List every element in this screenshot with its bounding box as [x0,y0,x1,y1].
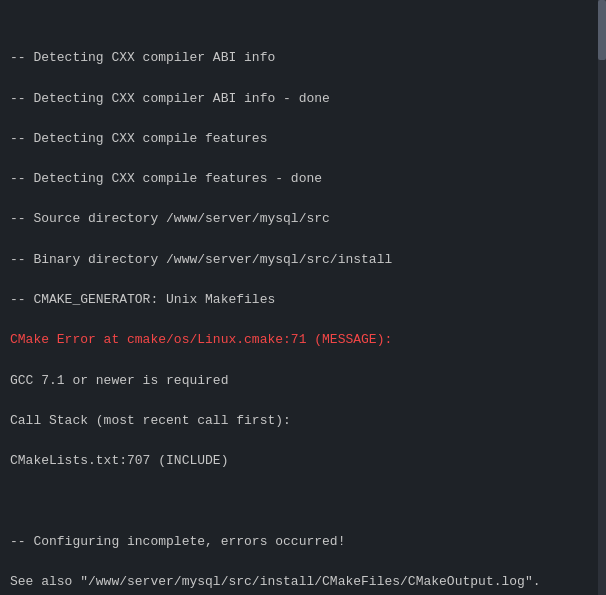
scrollbar[interactable] [598,0,606,595]
terminal-line: CMake Error at cmake/os/Linux.cmake:71 (… [10,330,596,350]
terminal-line: -- Detecting CXX compile features [10,129,596,149]
terminal-line: GCC 7.1 or newer is required [10,371,596,391]
terminal-line: -- Detecting CXX compiler ABI info [10,48,596,68]
terminal-line: -- CMAKE_GENERATOR: Unix Makefiles [10,290,596,310]
terminal-content: -- Detecting CXX compiler ABI info -- De… [10,8,596,595]
terminal-line: -- Source directory /www/server/mysql/sr… [10,209,596,229]
terminal-line: -- Detecting CXX compiler ABI info - don… [10,89,596,109]
terminal-line: Call Stack (most recent call first): [10,411,596,431]
scrollbar-thumb[interactable] [598,0,606,60]
terminal-line: CMakeLists.txt:707 (INCLUDE) [10,451,596,471]
terminal-line: -- Detecting CXX compile features - done [10,169,596,189]
terminal-line: -- Configuring incomplete, errors occurr… [10,532,596,552]
terminal-line: -- Binary directory /www/server/mysql/sr… [10,250,596,270]
terminal-container: -- Detecting CXX compiler ABI info -- De… [0,0,606,595]
terminal-line: See also "/www/server/mysql/src/install/… [10,572,596,592]
